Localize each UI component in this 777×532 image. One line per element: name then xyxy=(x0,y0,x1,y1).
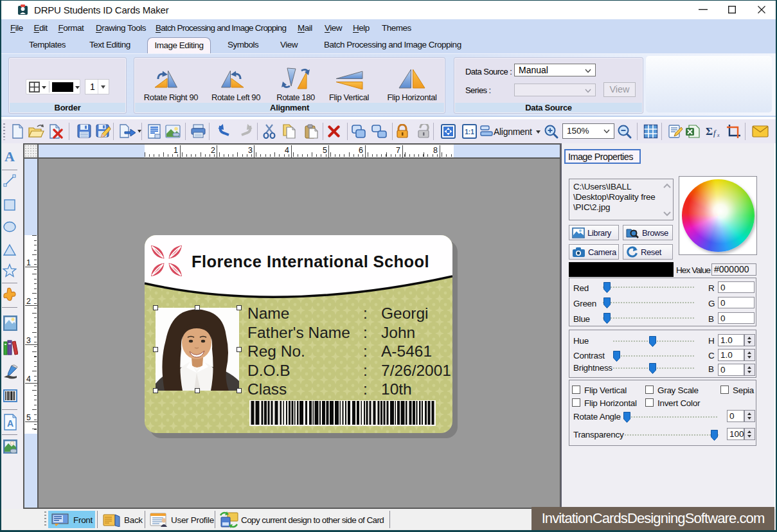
svg-text:D.O.B: D.O.B xyxy=(247,362,290,379)
svg-text:1:1: 1:1 xyxy=(465,129,474,136)
svg-text:John: John xyxy=(381,324,415,341)
svg-text:Father's Name: Father's Name xyxy=(247,324,350,341)
svg-text:10th: 10th xyxy=(381,380,412,398)
svg-text:Georgi: Georgi xyxy=(381,305,429,322)
svg-text:Class: Class xyxy=(247,380,287,398)
svg-text:x: x xyxy=(717,132,720,137)
svg-text:Reg No.: Reg No. xyxy=(247,342,305,360)
svg-text::: : xyxy=(363,380,368,398)
svg-text::: : xyxy=(363,342,368,360)
svg-text:A-5461: A-5461 xyxy=(381,342,432,360)
svg-text::: : xyxy=(363,324,368,341)
svg-text:Florence International School: Florence International School xyxy=(192,253,429,270)
svg-text:A: A xyxy=(7,418,13,429)
svg-text::: : xyxy=(363,362,368,379)
svg-text:Σ: Σ xyxy=(706,125,713,137)
svg-text::: : xyxy=(363,305,368,322)
svg-text:Name: Name xyxy=(247,305,289,322)
svg-text:7/26/2001: 7/26/2001 xyxy=(381,362,451,379)
